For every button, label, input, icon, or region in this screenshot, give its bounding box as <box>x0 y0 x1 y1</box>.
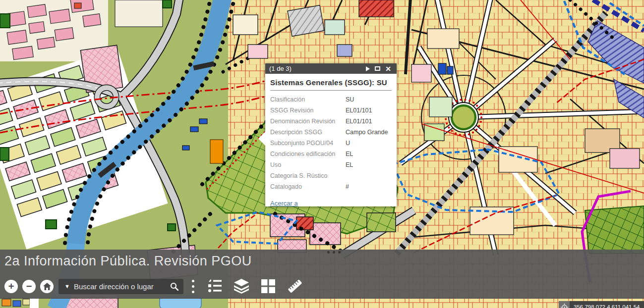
play-arrow-icon <box>366 66 370 71</box>
zoom-in-button[interactable]: + <box>4 280 18 293</box>
locate-coordinates-button[interactable] <box>559 301 570 308</box>
popup-next-button[interactable] <box>363 63 372 74</box>
search-input[interactable] <box>74 282 165 291</box>
ruler-icon <box>287 279 303 294</box>
more-tools-button[interactable] <box>188 280 197 293</box>
search-source-dropdown[interactable]: ▼ <box>59 283 74 289</box>
field-row: SSGG Revisión EL01/101 <box>270 105 392 116</box>
basemap-grid-icon <box>261 279 275 293</box>
crosshair-icon <box>561 304 568 308</box>
app-title: 2a Información Pública. Revisión PGOU <box>4 254 252 269</box>
close-icon: ✕ <box>385 65 391 72</box>
field-row: Categoría S. Rústico <box>270 170 392 181</box>
search-button[interactable] <box>165 282 183 291</box>
zoom-to-link[interactable]: Acercar a <box>270 200 298 207</box>
popup-body: Sistemas Generales (SSGG): SU Clasificac… <box>265 74 397 207</box>
map-application: (1 de 3) ✕ Sistemas Generales (SSGG): SU… <box>0 0 644 308</box>
layers-icon <box>233 279 250 294</box>
popup-title: Sistemas Generales (SSGG): SU <box>270 78 392 87</box>
legend-button[interactable] <box>205 278 224 295</box>
maximize-icon <box>375 66 380 71</box>
popup-callout-arrow <box>258 132 265 146</box>
search-widget: ▼ <box>59 279 183 294</box>
field-row: Subconjunto PGOU/04 U <box>270 138 392 149</box>
bar-drag-handle[interactable] <box>327 251 341 254</box>
legend-list-icon <box>207 279 222 293</box>
popup-header: (1 de 3) ✕ <box>265 63 397 74</box>
feature-popup: (1 de 3) ✕ Sistemas Generales (SSGG): SU… <box>265 63 397 206</box>
popup-close-button[interactable]: ✕ <box>383 63 394 74</box>
field-row: Clasificación SU <box>270 94 392 105</box>
field-row: Descripción SSGG Campo Grande <box>270 127 392 138</box>
layers-button[interactable] <box>232 278 251 295</box>
bottom-bar: 2a Información Pública. Revisión PGOU + … <box>0 250 644 299</box>
minus-icon: − <box>26 280 32 293</box>
measure-button[interactable] <box>286 278 304 295</box>
field-row: Condiciones edificación EL <box>270 149 392 159</box>
toolbar: + − ▼ <box>0 274 304 298</box>
field-row: Catalogado # <box>270 181 392 192</box>
search-icon <box>170 282 178 291</box>
popup-pager: (1 de 3) <box>269 65 292 72</box>
popup-maximize-button[interactable] <box>372 63 383 74</box>
home-button[interactable] <box>40 280 54 293</box>
coordinate-widget: 356.798.072 4.611.041.54 <box>559 301 644 308</box>
chevron-down-icon: ▼ <box>64 283 70 289</box>
field-row: Denominación Revisión EL01/101 <box>270 116 392 127</box>
basemap-gallery-button[interactable] <box>259 278 278 295</box>
popup-fields: Clasificación SU SSGG Revisión EL01/101 … <box>270 94 392 192</box>
zoom-out-button[interactable]: − <box>22 280 36 293</box>
field-row: Uso EL <box>270 159 392 170</box>
plus-icon: + <box>8 280 14 293</box>
home-icon <box>43 283 51 290</box>
coordinate-readout: 356.798.072 4.611.041.54 <box>570 301 644 308</box>
